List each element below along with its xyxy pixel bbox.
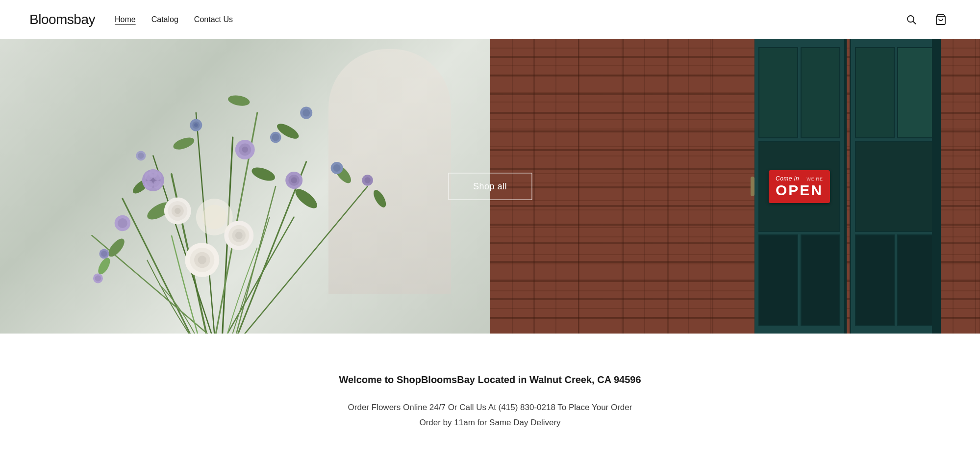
svg-point-15 [250, 165, 277, 183]
door-glass-r-top-right [897, 47, 937, 138]
info-line2: Order by 11am for Same Day Delivery [206, 415, 775, 431]
hero-section: Come in WE'RE OPEN [0, 39, 980, 334]
hero-left-panel [0, 39, 490, 334]
site-header: Bloomsbay Home Catalog Contact Us [0, 0, 980, 39]
svg-point-65 [302, 109, 310, 117]
door-glass-r-bottom-right [897, 234, 937, 326]
door-handle-left [751, 177, 754, 196]
cart-button[interactable] [931, 10, 951, 29]
open-sign-we-are: WE'RE [806, 177, 823, 181]
info-line1: Order Flowers Online 24/7 Or Call Us At … [206, 400, 775, 415]
door-panel-left: Come in WE'RE OPEN [754, 39, 847, 334]
svg-point-61 [333, 164, 341, 172]
svg-point-59 [101, 251, 107, 257]
svg-point-17 [292, 186, 320, 212]
header-left: Bloomsbay Home Catalog Contact Us [29, 12, 233, 27]
nav-home[interactable]: Home [115, 15, 136, 24]
svg-point-71 [202, 205, 226, 229]
door-container: Come in WE'RE OPEN [754, 39, 941, 334]
svg-point-57 [272, 134, 279, 141]
brick-wall: Come in WE'RE OPEN [490, 39, 980, 334]
svg-point-47 [242, 147, 248, 153]
svg-point-20 [96, 256, 112, 276]
open-sign-text: OPEN [776, 182, 823, 198]
nav-catalog[interactable]: Catalog [151, 15, 178, 24]
svg-point-24 [371, 188, 388, 209]
svg-point-32 [198, 256, 206, 264]
info-section: Welcome to ShopBloomsBay Located in Waln… [196, 334, 784, 460]
door-glass-top-left [758, 47, 798, 138]
flower-arrangement [0, 39, 490, 334]
svg-point-28 [175, 208, 180, 214]
shop-all-button[interactable]: Shop all [448, 173, 532, 200]
svg-point-52 [118, 218, 127, 228]
shop-all-overlay: Shop all [448, 173, 532, 200]
svg-point-50 [291, 177, 297, 183]
door-glass-r-mid [855, 141, 937, 232]
door-glass-r-top-left [855, 47, 895, 138]
svg-point-63 [138, 153, 144, 158]
hero-right-panel: Come in WE'RE OPEN [490, 39, 980, 334]
svg-point-36 [235, 232, 243, 239]
svg-point-69 [364, 177, 370, 183]
search-button[interactable] [902, 10, 921, 29]
info-title: Welcome to ShopBloomsBay Located in Waln… [206, 373, 775, 387]
main-nav: Home Catalog Contact Us [115, 15, 233, 24]
search-icon [905, 14, 917, 26]
cart-icon [935, 14, 947, 26]
svg-line-13 [214, 186, 367, 334]
nav-contact[interactable]: Contact Us [194, 15, 233, 24]
svg-point-42 [149, 169, 157, 178]
open-sign-come-in: Come in [776, 175, 799, 182]
open-sign: Come in WE'RE OPEN [769, 170, 830, 203]
svg-point-44 [145, 180, 153, 189]
brand-logo[interactable]: Bloomsbay [29, 12, 95, 27]
door-glass-bottom-left [758, 234, 798, 326]
svg-point-55 [194, 123, 198, 127]
svg-point-23 [227, 94, 251, 107]
door-glass-top-right [801, 47, 840, 138]
svg-point-0 [907, 16, 914, 22]
hero-left-background [0, 39, 490, 334]
svg-point-43 [153, 180, 161, 189]
svg-line-1 [913, 21, 916, 24]
door-panel-right [850, 39, 941, 334]
svg-point-18 [172, 135, 196, 152]
svg-point-67 [95, 275, 101, 281]
header-right [902, 10, 951, 29]
door-glass-r-bottom-left [855, 234, 895, 326]
door-glass-mid-left: Come in WE'RE OPEN [758, 141, 840, 232]
door-right-frame [932, 39, 941, 334]
door-glass-bottom-right [801, 234, 840, 326]
